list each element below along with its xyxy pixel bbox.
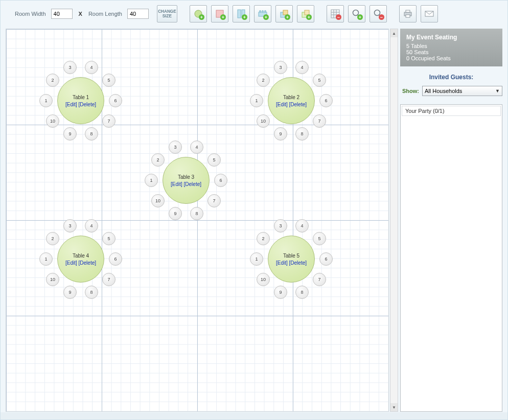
seat[interactable]: 1 <box>39 252 53 266</box>
table-delete-link[interactable]: [Delete] <box>79 102 96 107</box>
print-button[interactable] <box>399 5 417 22</box>
seat[interactable]: 7 <box>313 114 326 128</box>
table-delete-link[interactable]: [Delete] <box>79 260 96 266</box>
seat[interactable]: 10 <box>257 273 270 286</box>
room-length-input[interactable] <box>127 9 149 19</box>
add-shape-button[interactable]: + <box>297 5 314 22</box>
seat[interactable]: 6 <box>319 94 333 107</box>
room-width-input[interactable] <box>51 9 73 19</box>
add-object-button[interactable]: + <box>275 5 293 22</box>
seat[interactable]: 6 <box>214 174 227 187</box>
seat[interactable]: 7 <box>102 273 116 286</box>
seat[interactable]: 6 <box>319 252 333 266</box>
table-edit-link[interactable]: [Edit] <box>276 102 288 107</box>
add-round-table-button[interactable]: + <box>190 5 207 22</box>
round-table[interactable]: Table 2[Edit] [Delete] <box>268 77 315 124</box>
seat[interactable]: 4 <box>85 61 98 74</box>
seat[interactable]: 5 <box>313 232 326 245</box>
seat[interactable]: 1 <box>250 252 263 266</box>
svg-point-6 <box>262 11 263 12</box>
seat[interactable]: 2 <box>46 74 59 87</box>
seat[interactable]: 3 <box>274 61 287 74</box>
room-width-label: Room Width <box>15 11 46 17</box>
seat[interactable]: 5 <box>102 232 116 245</box>
table-edit-link[interactable]: [Edit] <box>65 260 77 266</box>
add-square-table-button[interactable]: + <box>211 5 228 22</box>
seat[interactable]: 9 <box>274 127 287 141</box>
table-delete-link[interactable]: [Delete] <box>289 102 307 107</box>
guest-list-item[interactable]: Your Party (0/1) <box>402 106 501 116</box>
show-households-select[interactable]: All Households ▼ <box>422 86 502 96</box>
seat[interactable]: 7 <box>207 194 221 207</box>
sidebar: My Event Seating 5 Tables 50 Seats 0 Occ… <box>400 29 502 412</box>
round-table[interactable]: Table 3[Edit] [Delete] <box>163 157 210 204</box>
seat[interactable]: 8 <box>85 127 98 141</box>
table-name: Table 1 <box>73 95 89 100</box>
table-delete-link[interactable]: [Delete] <box>184 181 201 187</box>
seat[interactable]: 6 <box>109 94 122 107</box>
seat[interactable]: 5 <box>102 74 116 87</box>
invited-guests-header: Invited Guests: <box>400 69 502 83</box>
seat[interactable]: 4 <box>190 141 203 154</box>
round-table[interactable]: Table 1[Edit] [Delete] <box>57 77 104 124</box>
scroll-down-button[interactable]: ▼ <box>390 403 398 411</box>
scroll-up-button[interactable]: ▲ <box>390 29 398 37</box>
seat[interactable]: 8 <box>295 286 309 299</box>
seat[interactable]: 5 <box>313 74 326 87</box>
seat[interactable]: 1 <box>145 174 158 187</box>
seat[interactable]: 9 <box>274 286 287 299</box>
svg-point-5 <box>259 11 261 12</box>
seat[interactable]: 9 <box>169 207 182 220</box>
seat[interactable]: 3 <box>63 219 77 232</box>
table-edit-link[interactable]: [Edit] <box>276 260 288 266</box>
table-edit-link[interactable]: [Edit] <box>171 181 182 187</box>
seat[interactable]: 4 <box>295 61 309 74</box>
seat[interactable]: 2 <box>46 232 59 245</box>
seat[interactable]: 5 <box>207 153 221 167</box>
scroll-track[interactable] <box>390 37 398 403</box>
seat[interactable]: 8 <box>85 286 98 299</box>
add-head-table-button[interactable]: + <box>254 5 271 22</box>
zoom-in-button[interactable]: + <box>348 5 365 22</box>
seat[interactable]: 10 <box>151 194 165 207</box>
seat[interactable]: 7 <box>313 273 326 286</box>
zoom-out-button[interactable]: − <box>370 5 387 22</box>
seat[interactable]: 10 <box>46 114 59 128</box>
seat[interactable]: 6 <box>109 252 122 266</box>
seat[interactable]: 7 <box>102 114 116 128</box>
seat[interactable]: 9 <box>63 127 77 141</box>
seat[interactable]: 1 <box>39 94 53 107</box>
remove-grid-button[interactable]: − <box>327 5 344 22</box>
email-button[interactable] <box>421 5 438 22</box>
round-table[interactable]: Table 4[Edit] [Delete] <box>57 236 104 283</box>
seat[interactable]: 3 <box>169 141 182 154</box>
guest-list[interactable]: Your Party (0/1) <box>400 104 502 412</box>
seat[interactable]: 3 <box>274 219 287 232</box>
seat[interactable]: 10 <box>257 114 270 128</box>
seat[interactable]: 2 <box>257 232 270 245</box>
seat[interactable]: 4 <box>85 219 98 232</box>
table-edit-link[interactable]: [Edit] <box>65 102 77 107</box>
seat[interactable]: 8 <box>190 207 203 220</box>
toolbar: Room Width X Room Length CHANGE SIZE + +… <box>1 1 507 27</box>
seat[interactable]: 3 <box>63 61 77 74</box>
round-table[interactable]: Table 5[Edit] [Delete] <box>268 236 315 283</box>
table-delete-link[interactable]: [Delete] <box>289 260 307 266</box>
seating-canvas[interactable]: Table 1[Edit] [Delete]12345678910Table 2… <box>6 29 389 412</box>
seat[interactable]: 9 <box>63 286 77 299</box>
seat[interactable]: 8 <box>295 127 309 141</box>
canvas-scrollbar[interactable]: ▲ ▼ <box>390 29 398 412</box>
seat[interactable]: 4 <box>295 219 309 232</box>
summary-seats: 50 Seats <box>406 49 496 55</box>
table-name: Table 4 <box>73 253 89 259</box>
change-size-button[interactable]: CHANGE SIZE <box>157 5 177 22</box>
seat[interactable]: 2 <box>257 74 270 87</box>
bottom-bar <box>1 412 507 419</box>
show-label: Show: <box>402 88 419 94</box>
seat[interactable]: 2 <box>151 153 165 167</box>
svg-rect-23 <box>406 15 410 17</box>
seat[interactable]: 1 <box>250 94 263 107</box>
seat[interactable]: 10 <box>46 273 59 286</box>
table-links: [Edit] [Delete] <box>276 260 307 266</box>
add-rect-table-button[interactable]: + <box>233 5 250 22</box>
